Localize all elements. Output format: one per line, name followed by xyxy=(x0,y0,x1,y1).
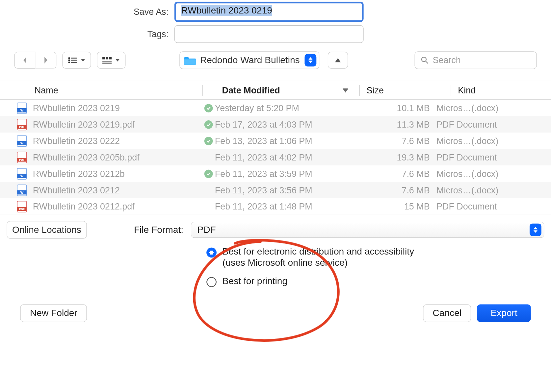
svg-rect-9 xyxy=(102,61,112,62)
table-row[interactable]: PDFRWbulletin 2023 0205b.pdfFeb 11, 2023… xyxy=(0,149,551,165)
svg-rect-8 xyxy=(109,57,112,60)
radio-option-electronic[interactable]: Best for electronic distribution and acc… xyxy=(206,246,544,268)
online-locations-button[interactable]: Online Locations xyxy=(7,221,87,239)
svg-rect-3 xyxy=(71,60,77,61)
file-name: RWbulletin 2023 0222 xyxy=(33,136,120,146)
search-placeholder: Search xyxy=(433,55,461,65)
table-row[interactable]: PDFRWbulletin 2023 0212.pdfFeb 11, 2023 … xyxy=(0,198,551,215)
expand-path-button[interactable] xyxy=(328,52,348,68)
svg-line-12 xyxy=(426,61,428,63)
file-size: 11.3 MB xyxy=(352,119,436,130)
file-name: RWbulletin 2023 0219.pdf xyxy=(33,119,135,130)
file-name: RWbulletin 2023 0219 xyxy=(33,103,120,113)
file-kind: PDF Document xyxy=(436,119,551,130)
table-row[interactable]: WRWbulletin 2023 0212bFeb 11, 2023 at 3:… xyxy=(0,165,551,182)
table-row[interactable]: WRWbulletin 2023 0212Feb 11, 2023 at 3:5… xyxy=(0,182,551,198)
file-size: 15 MB xyxy=(352,201,436,211)
word-file-icon: W xyxy=(17,102,27,114)
file-format-select[interactable]: PDF xyxy=(191,222,544,238)
select-chevron-icon xyxy=(530,224,541,236)
radio-icon xyxy=(206,277,217,287)
col-name[interactable]: Name xyxy=(0,85,202,95)
file-kind: Micros…(.docx) xyxy=(436,136,551,146)
word-file-icon: W xyxy=(17,168,27,180)
svg-text:W: W xyxy=(20,109,24,112)
svg-text:W: W xyxy=(20,174,24,178)
svg-rect-6 xyxy=(102,57,105,60)
file-size: 10.1 MB xyxy=(352,103,436,113)
folder-icon xyxy=(184,56,196,65)
sync-ok-icon xyxy=(204,120,213,129)
pdf-file-icon: PDF xyxy=(17,151,27,163)
svg-rect-1 xyxy=(71,58,77,59)
file-name: RWbulletin 2023 0212 xyxy=(33,185,120,195)
nav-forward-button[interactable] xyxy=(36,52,57,68)
group-view-icon xyxy=(102,57,112,63)
folder-picker[interactable]: Redondo Ward Bulletins xyxy=(179,51,320,69)
svg-text:W: W xyxy=(20,190,24,194)
svg-text:PDF: PDF xyxy=(19,158,25,161)
word-file-icon: W xyxy=(17,184,27,196)
radio-icon xyxy=(206,248,217,258)
sync-ok-icon xyxy=(204,104,213,112)
nav-back-button[interactable] xyxy=(14,52,36,68)
table-row[interactable]: PDFRWbulletin 2023 0219.pdfFeb 17, 2023 … xyxy=(0,116,551,133)
file-date: Feb 13, 2023 at 1:06 PM xyxy=(215,136,352,146)
folder-chevron-icon xyxy=(305,54,317,66)
file-name: RWbulletin 2023 0205b.pdf xyxy=(33,152,140,162)
file-format-label: File Format: xyxy=(134,224,183,235)
file-date: Feb 11, 2023 at 3:59 PM xyxy=(215,169,352,179)
svg-text:PDF: PDF xyxy=(19,207,25,210)
folder-name: Redondo Ward Bulletins xyxy=(200,55,300,65)
save-as-field[interactable]: RWbulletin 2023 0219 xyxy=(174,2,364,22)
svg-rect-5 xyxy=(71,62,77,63)
group-view-menu[interactable] xyxy=(97,52,125,68)
chevron-down-icon xyxy=(115,59,120,62)
file-date: Feb 11, 2023 at 1:48 PM xyxy=(215,201,352,211)
sync-ok-icon xyxy=(204,136,213,145)
file-size: 7.6 MB xyxy=(352,169,436,179)
search-field[interactable]: Search xyxy=(415,51,537,69)
file-size: 7.6 MB xyxy=(352,136,436,146)
table-header: Name Date Modified Size Kind xyxy=(0,81,551,100)
file-kind: PDF Document xyxy=(436,201,551,211)
col-kind[interactable]: Kind xyxy=(458,85,551,95)
svg-text:W: W xyxy=(20,141,24,145)
view-list-menu[interactable] xyxy=(62,52,91,68)
svg-rect-10 xyxy=(102,63,112,63)
file-kind: PDF Document xyxy=(436,152,551,162)
chevron-down-icon xyxy=(80,59,85,62)
file-date: Feb 17, 2023 at 4:03 PM xyxy=(215,119,352,130)
sort-desc-icon xyxy=(342,88,348,92)
save-as-value: RWbulletin 2023 0219 xyxy=(181,5,272,16)
svg-point-2 xyxy=(68,59,70,61)
file-date: Feb 11, 2023 at 4:02 PM xyxy=(215,152,352,162)
col-date-modified[interactable]: Date Modified xyxy=(222,85,359,95)
file-name: RWbulletin 2023 0212b xyxy=(33,169,125,179)
cancel-button[interactable]: Cancel xyxy=(423,304,471,322)
svg-rect-7 xyxy=(106,57,108,60)
radio-option-printing[interactable]: Best for printing xyxy=(206,276,544,287)
file-kind: Micros…(.docx) xyxy=(436,185,551,195)
table-row[interactable]: WRWbulletin 2023 0222Feb 13, 2023 at 1:0… xyxy=(0,133,551,149)
export-button[interactable]: Export xyxy=(477,304,531,322)
pdf-file-icon: PDF xyxy=(17,201,27,212)
nav-back-forward xyxy=(14,52,57,68)
tags-field[interactable] xyxy=(174,25,364,43)
pdf-file-icon: PDF xyxy=(17,118,27,130)
file-size: 7.6 MB xyxy=(352,185,436,195)
col-size[interactable]: Size xyxy=(367,85,451,95)
sync-ok-icon xyxy=(204,169,213,178)
file-kind: Micros…(.docx) xyxy=(436,103,551,113)
new-folder-button[interactable]: New Folder xyxy=(20,304,87,322)
word-file-icon: W xyxy=(17,135,27,147)
chevron-up-icon xyxy=(335,58,341,62)
tags-label: Tags: xyxy=(0,29,169,39)
file-size: 19.3 MB xyxy=(352,152,436,162)
file-date: Yesterday at 5:20 PM xyxy=(215,103,352,113)
table-row[interactable]: WRWbulletin 2023 0219Yesterday at 5:20 P… xyxy=(0,100,551,116)
file-date: Feb 11, 2023 at 3:56 PM xyxy=(215,185,352,195)
svg-point-0 xyxy=(68,57,70,59)
svg-point-11 xyxy=(422,57,426,62)
svg-point-4 xyxy=(68,61,70,63)
